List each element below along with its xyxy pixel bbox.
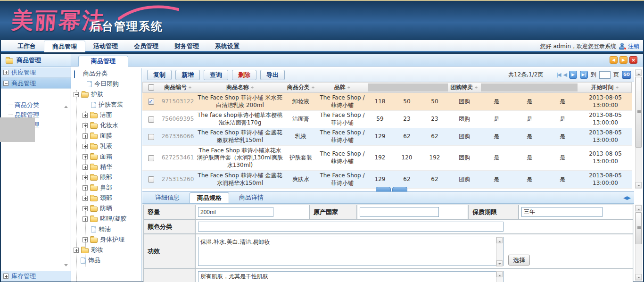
expander-plus-icon[interactable]: [3, 70, 8, 75]
row-checkbox[interactable]: [148, 176, 154, 182]
expander-plus-icon[interactable]: [83, 237, 88, 242]
tab-product-desc[interactable]: 商品详情: [232, 192, 271, 203]
effect-textarea[interactable]: 保湿,补水,美白,清洁,易卸妆: [198, 237, 504, 266]
tree-item-lotion[interactable]: 乳液: [73, 141, 141, 151]
textarea-scrollbar[interactable]: [496, 237, 503, 266]
tree-item-cream[interactable]: 面霜: [73, 151, 141, 162]
tree-item-neck[interactable]: 颈部: [73, 193, 141, 203]
sidebar-section-stock[interactable]: 库存管理: [1, 271, 71, 282]
row-checkbox-checked[interactable]: ✓: [148, 99, 154, 105]
expander-plus-icon[interactable]: [74, 248, 79, 253]
scroll-up-icon[interactable]: [496, 237, 503, 243]
scrollbar-thumb[interactable]: [636, 77, 642, 148]
table-row[interactable]: 267336066 The Face Shop 菲诗小铺 金盏花嫩肤精华乳150…: [142, 128, 632, 146]
expander-plus-icon[interactable]: [83, 144, 88, 149]
table-row[interactable]: 627253461 The Face Shop 菲诗小铺冰花水润护肤两件套（水润…: [142, 146, 632, 171]
tree-item-daily-groupon[interactable]: 今日团购: [73, 79, 141, 89]
tree-item-mask[interactable]: 面膜: [73, 131, 141, 141]
tree-item-nose[interactable]: 鼻部: [73, 182, 141, 193]
sort-icon[interactable]: [251, 85, 254, 90]
expander-plus-icon[interactable]: [83, 154, 88, 159]
nav-tab-products[interactable]: 商品管理: [44, 41, 85, 52]
expander-plus-icon[interactable]: [83, 175, 88, 180]
tab-overflow-arrows-icon[interactable]: ◀▶: [623, 195, 630, 201]
tab-close-button[interactable]: ×: [629, 56, 637, 64]
nav-tab-finance[interactable]: 财务管理: [166, 40, 207, 52]
tree-item-eye[interactable]: 眼部: [73, 172, 141, 182]
table-row[interactable]: ✓ 971503122 The Face Shop 菲诗小铺 米水亮白清洁乳液 …: [142, 93, 632, 111]
color-category-input[interactable]: [198, 222, 504, 232]
tree-item-oil[interactable]: 精油: [73, 224, 141, 234]
scroll-down-icon[interactable]: [636, 182, 642, 188]
page-number-buttons[interactable]: [376, 187, 407, 191]
select-all-checkbox[interactable]: [148, 84, 154, 91]
country-input[interactable]: [360, 207, 439, 217]
scroll-down-icon[interactable]: [64, 264, 68, 266]
skin-type-textarea[interactable]: 所有肌肤，尤其是干性肌肤: [198, 271, 504, 282]
sort-icon[interactable]: [616, 85, 619, 90]
scroll-up-icon[interactable]: [636, 205, 642, 211]
nav-tab-settings[interactable]: 系统设置: [207, 40, 248, 52]
expander-plus-icon[interactable]: [83, 206, 88, 211]
tab-product-spec[interactable]: 商品规格: [190, 192, 229, 203]
logout-link[interactable]: 注销: [628, 42, 639, 50]
scroll-up-icon[interactable]: [496, 271, 503, 277]
tree-item-gel[interactable]: 啫哩/凝胶: [73, 214, 141, 224]
sidebar-item-category[interactable]: 商品分类: [1, 100, 71, 110]
tree-item-essence[interactable]: 精华: [73, 162, 141, 172]
table-row[interactable]: 275315260 The Face Shop 菲诗小铺 金盏花水润精华水150…: [142, 171, 632, 189]
first-page-icon[interactable]: |◀: [556, 72, 560, 78]
tree-item-body-care[interactable]: 身体护理: [73, 234, 141, 245]
tree-item-sunscreen[interactable]: 防晒: [73, 203, 141, 214]
tree-item-cleanser[interactable]: 洁面: [73, 110, 141, 120]
form-scrollbar[interactable]: [635, 205, 642, 281]
next-page-button[interactable]: ▶: [569, 71, 577, 79]
nav-tab-activities[interactable]: 活动管理: [85, 40, 126, 52]
row-checkbox[interactable]: [148, 116, 154, 123]
tree-item-skincare-set[interactable]: 护肤套装: [73, 100, 141, 110]
expander-minus-icon[interactable]: [3, 81, 8, 86]
row-checkbox[interactable]: [148, 155, 154, 161]
table-row[interactable]: 756069395 The face shop菲诗小铺草本樱桃泡沫洁面膏170g…: [142, 111, 632, 128]
last-page-button[interactable]: ▶|: [580, 71, 588, 79]
scrollbar-thumb[interactable]: [636, 212, 642, 244]
sort-icon[interactable]: [312, 85, 315, 90]
query-button[interactable]: 查询: [204, 70, 228, 80]
shelf-life-input[interactable]: [521, 207, 603, 217]
nav-tab-members[interactable]: 会员管理: [126, 40, 166, 52]
expander-plus-icon[interactable]: [83, 165, 88, 170]
tree-root[interactable]: 商品分类: [73, 68, 141, 79]
textarea-scrollbar[interactable]: [496, 271, 503, 282]
tab-scroll-left-button[interactable]: ◀: [610, 56, 618, 64]
expander-plus-icon[interactable]: [83, 216, 88, 222]
tree-item-accessories[interactable]: 饰品: [73, 255, 141, 265]
tab-scroll-right-button[interactable]: ▶: [619, 56, 627, 64]
expander-plus-icon[interactable]: [83, 196, 88, 201]
add-button[interactable]: 新增: [175, 70, 200, 80]
row-checkbox[interactable]: [148, 134, 154, 140]
expander-plus-icon[interactable]: [83, 123, 88, 128]
sidebar-section-product[interactable]: 商品管理: [1, 78, 71, 89]
tree-item-toner[interactable]: 化妆水: [73, 120, 141, 131]
scroll-up-icon[interactable]: [636, 70, 642, 76]
expander-plus-icon[interactable]: [83, 185, 88, 191]
scroll-down-icon[interactable]: [636, 274, 642, 280]
copy-button[interactable]: 复制: [147, 70, 172, 80]
goto-page-input[interactable]: [599, 71, 611, 79]
expander-minus-icon[interactable]: [74, 92, 79, 97]
table-scrollbar[interactable]: [635, 69, 642, 189]
select-button[interactable]: 选择: [508, 255, 530, 265]
sort-icon[interactable]: [189, 85, 192, 90]
scroll-up-icon[interactable]: [64, 106, 68, 108]
scroll-down-icon[interactable]: [496, 260, 503, 266]
nav-tab-workbench[interactable]: 工作台: [9, 40, 44, 52]
tab-detail-info[interactable]: 详细信息: [148, 192, 187, 203]
tree-item-skincare[interactable]: 护肤: [73, 89, 141, 100]
expander-plus-icon[interactable]: [83, 133, 88, 139]
sidebar-section-supply[interactable]: 供应管理: [1, 67, 71, 78]
capacity-input[interactable]: [198, 207, 273, 217]
delete-button[interactable]: 删除: [232, 70, 256, 80]
tree-item-makeup[interactable]: 彩妆: [73, 245, 141, 255]
expander-plus-icon[interactable]: [3, 274, 8, 279]
prev-page-icon[interactable]: ◀: [563, 72, 566, 78]
